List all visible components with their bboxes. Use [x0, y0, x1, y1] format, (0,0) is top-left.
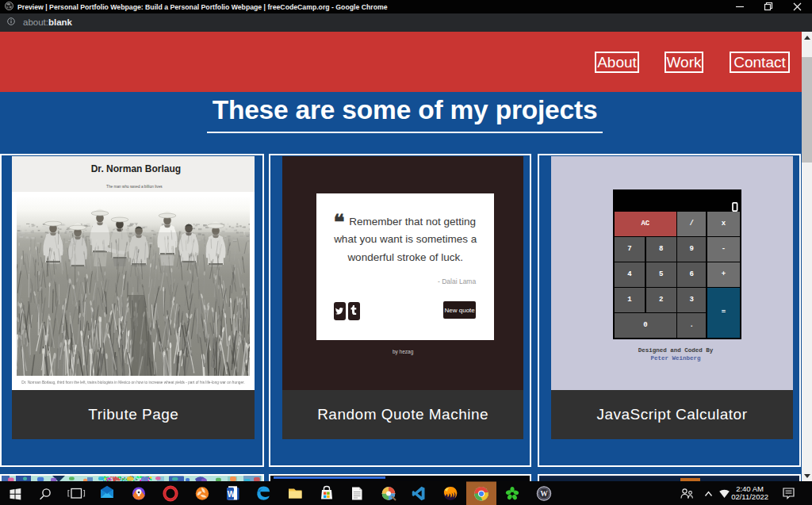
- svg-text:W: W: [228, 489, 236, 498]
- svg-text:W: W: [540, 490, 548, 498]
